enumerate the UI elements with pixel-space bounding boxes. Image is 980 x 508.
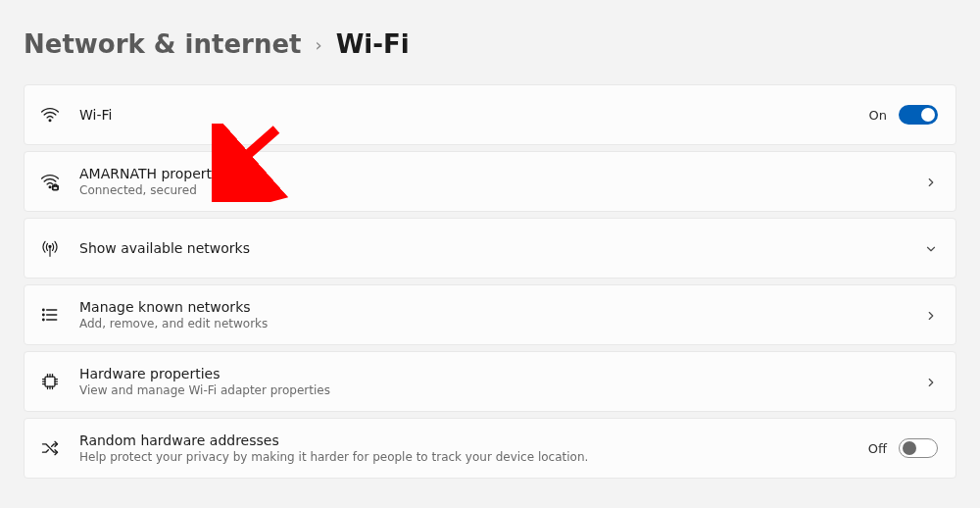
svg-point-5 (49, 245, 51, 247)
network-title: AMARNATH properties (79, 166, 906, 181)
random-mac-state: Off (868, 441, 887, 456)
known-networks-row[interactable]: Manage known networks Add, remove, and e… (24, 284, 956, 345)
list-icon (38, 305, 62, 325)
breadcrumb: Network & internet › Wi-Fi (24, 29, 956, 59)
svg-point-0 (49, 120, 51, 122)
random-mac-sub: Help protect your privacy by making it h… (79, 450, 851, 464)
shuffle-icon (38, 438, 62, 458)
svg-point-8 (43, 319, 44, 320)
wifi-title: Wi-Fi (79, 107, 852, 123)
breadcrumb-current: Wi-Fi (336, 29, 410, 59)
available-networks-title: Show available networks (79, 240, 906, 256)
current-network-row[interactable]: AMARNATH properties Connected, secured (24, 151, 956, 212)
hardware-title: Hardware properties (79, 366, 906, 381)
chip-icon (38, 372, 62, 391)
chevron-right-icon (924, 375, 938, 388)
svg-point-7 (43, 314, 44, 315)
antenna-icon (38, 238, 62, 258)
random-mac-row[interactable]: Random hardware addresses Help protect y… (24, 418, 956, 479)
random-mac-title: Random hardware addresses (79, 432, 851, 448)
chevron-right-icon: › (315, 34, 321, 55)
hardware-properties-row[interactable]: Hardware properties View and manage Wi-F… (24, 351, 956, 412)
wifi-icon (38, 105, 62, 125)
available-networks-row[interactable]: Show available networks (24, 218, 956, 279)
hardware-sub: View and manage Wi-Fi adapter properties (79, 383, 906, 397)
wifi-secured-icon (38, 172, 62, 191)
known-networks-title: Manage known networks (79, 299, 906, 315)
network-status: Connected, secured (79, 183, 906, 197)
svg-point-6 (43, 309, 44, 310)
known-networks-sub: Add, remove, and edit networks (79, 317, 906, 330)
chevron-down-icon (924, 241, 938, 255)
wifi-master-row[interactable]: Wi-Fi On (24, 84, 956, 145)
breadcrumb-parent[interactable]: Network & internet (24, 29, 301, 59)
wifi-state-label: On (869, 108, 887, 123)
chevron-right-icon (924, 308, 938, 322)
svg-point-1 (49, 186, 51, 188)
svg-rect-12 (45, 377, 55, 386)
wifi-toggle[interactable] (899, 105, 938, 125)
random-mac-toggle[interactable] (899, 438, 938, 458)
chevron-right-icon (924, 175, 938, 188)
